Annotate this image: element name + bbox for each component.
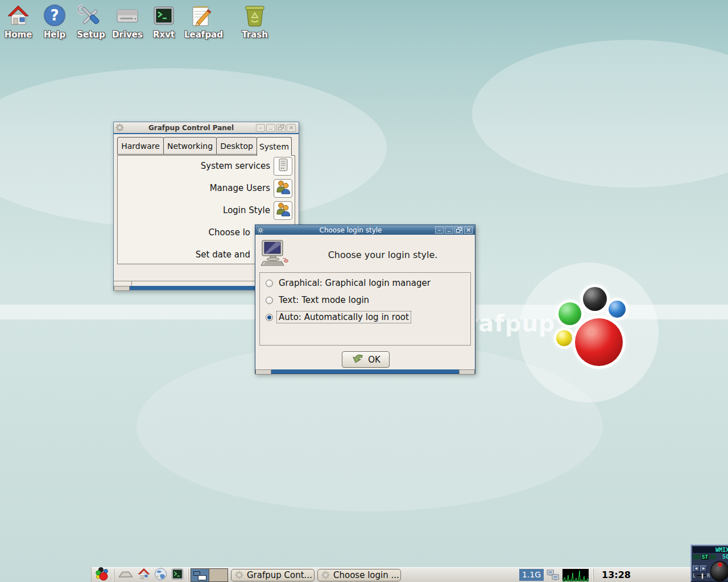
tab-desktop[interactable]: Desktop: [216, 137, 257, 155]
terminal-launcher[interactable]: [169, 568, 186, 582]
separator: [188, 569, 189, 581]
manage-users-button[interactable]: [274, 179, 292, 198]
radio-button[interactable]: [266, 314, 273, 321]
desktop-icon-label: Home: [2, 30, 35, 40]
terminal-icon: [147, 3, 180, 28]
users-icon: [276, 180, 291, 197]
radio-button[interactable]: [266, 280, 273, 287]
option-auto[interactable]: Auto: Automatically log in root: [266, 310, 467, 325]
clock[interactable]: 13:28: [598, 569, 635, 580]
globe-icon: [154, 567, 168, 582]
system-services-button[interactable]: [274, 157, 292, 176]
wallpaper-blob: [472, 40, 728, 188]
svg-text:?: ?: [50, 7, 59, 24]
desktop-icon-label: Drives: [111, 30, 144, 40]
resize-bar[interactable]: [255, 369, 475, 373]
row-label: Login Style: [223, 205, 270, 215]
task-button-choose-login-style[interactable]: Choose login ...: [317, 569, 401, 581]
option-graphical[interactable]: Graphical: Graphical login manager: [266, 276, 467, 290]
gear-icon: [257, 226, 264, 234]
logo-red-circle: [575, 318, 623, 366]
option-text[interactable]: Text: Text mode login: [266, 293, 467, 307]
memory-badge[interactable]: 1.1G: [519, 569, 544, 581]
users-icon: [276, 202, 291, 219]
slider-track[interactable]: [697, 575, 706, 577]
maximize-button[interactable]: [276, 124, 286, 132]
desktop-icon-label: Rxvt: [147, 30, 180, 40]
desktop: grafpup Home ? Help Setup: [0, 0, 728, 582]
mixer-dockapp: WMIX ST 50 ◀▶ L R: [690, 544, 728, 582]
radio-button[interactable]: [266, 297, 273, 304]
window-title: Choose login style: [266, 226, 435, 234]
prev-channel-button[interactable]: ◀: [693, 566, 700, 572]
right-label: R: [707, 573, 710, 579]
tab-hardware[interactable]: Hardware: [117, 137, 164, 155]
dialog-titlebar[interactable]: Choose login style: [255, 225, 475, 235]
menu-button[interactable]: [94, 568, 111, 582]
home-icon: [136, 567, 151, 582]
desktop-icon-trash[interactable]: Trash: [238, 3, 271, 40]
control-panel-titlebar[interactable]: Grafpup Control Panel: [114, 122, 299, 134]
left-label: L: [693, 573, 696, 579]
row-label: Manage Users: [210, 183, 270, 193]
gear-icon: [235, 571, 243, 579]
minimize-button[interactable]: [256, 124, 265, 132]
show-desktop-button[interactable]: [116, 568, 135, 582]
desktop-icon-rxvt[interactable]: Rxvt: [147, 3, 180, 40]
control-panel-tabs: Hardware Networking Desktop System: [117, 137, 291, 156]
desktop-icon-help[interactable]: ? Help: [38, 3, 71, 40]
tab-system[interactable]: System: [257, 137, 292, 156]
login-options-group: Graphical: Graphical login manager Text:…: [259, 272, 471, 346]
workspace-2[interactable]: [209, 568, 228, 582]
workspace-1[interactable]: [191, 568, 209, 582]
minimize-button[interactable]: [435, 226, 444, 234]
tab-networking[interactable]: Networking: [163, 137, 217, 155]
task-button-grafpup-control-panel[interactable]: Grafpup Cont...: [231, 569, 315, 581]
separator: [593, 569, 594, 581]
apply-arrow-icon: [351, 352, 363, 367]
ok-button[interactable]: OK: [342, 351, 390, 368]
choose-login-style-dialog: Choose login style Choose your login sty…: [255, 225, 475, 374]
maximize-button[interactable]: [454, 226, 463, 234]
task-label: Grafpup Cont...: [247, 570, 312, 580]
desktop-icon-label: Trash: [238, 30, 271, 40]
gear-icon: [321, 571, 330, 579]
separator: [113, 569, 114, 581]
row-label: Choose lo: [209, 227, 251, 238]
logo-green-circle: [559, 302, 581, 325]
task-label: Choose login ...: [333, 570, 399, 580]
close-button[interactable]: [287, 124, 296, 132]
dialog-heading: Choose your login style.: [295, 250, 470, 260]
mixer-value: 50: [722, 554, 728, 560]
row-label: Set date and: [196, 250, 250, 260]
close-button[interactable]: [464, 226, 473, 234]
shade-button[interactable]: [266, 124, 275, 132]
balance-slider[interactable]: L R: [693, 573, 710, 579]
shade-button[interactable]: [445, 226, 453, 234]
volume-knob[interactable]: [710, 561, 728, 581]
network-icon[interactable]: [546, 568, 560, 582]
browser-launcher[interactable]: [152, 568, 169, 582]
cpu-graph[interactable]: [562, 569, 589, 581]
home-icon: [2, 3, 35, 28]
radio-label: Auto: Automatically log in root: [277, 311, 411, 323]
desktop-icon-label: Leafpad: [184, 30, 217, 40]
notepad-icon: [184, 3, 217, 28]
help-icon: ?: [38, 3, 71, 28]
row-login-style: Login Style: [118, 200, 295, 221]
desktop-icon-leafpad[interactable]: Leafpad: [184, 3, 217, 40]
row-system-services: System services: [118, 156, 295, 176]
services-icon: [276, 157, 291, 174]
home-launcher[interactable]: [135, 568, 152, 582]
lcd-segment: [693, 555, 700, 559]
desktop-icon-setup[interactable]: Setup: [75, 3, 107, 40]
desktop-icon-home[interactable]: Home: [2, 3, 35, 40]
desktop-icon-drives[interactable]: Drives: [111, 3, 144, 40]
slider-handle[interactable]: [701, 573, 704, 579]
next-channel-button[interactable]: ▶: [700, 566, 707, 572]
login-style-button[interactable]: [274, 201, 292, 220]
logo-yellow-circle: [556, 330, 572, 346]
mixer-title: WMIX: [693, 547, 728, 553]
lcd-segment: [710, 555, 716, 559]
trash-icon: [238, 3, 271, 28]
